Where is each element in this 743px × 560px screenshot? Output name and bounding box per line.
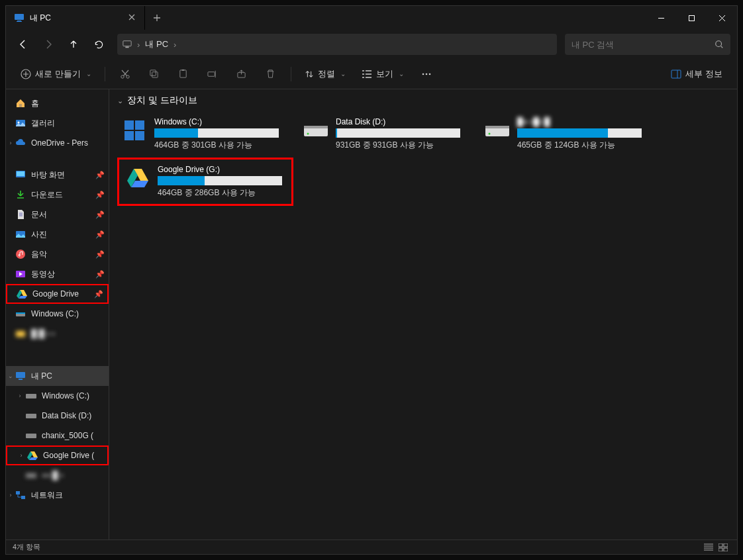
rename-button[interactable] [201, 64, 224, 85]
chevron-down-icon: ⌄ [340, 70, 346, 77]
delete-button[interactable] [259, 64, 283, 85]
back-button[interactable] [13, 34, 34, 55]
sidebar-item-label: 네트워크 [31, 490, 63, 501]
gdrive-icon [27, 450, 38, 461]
sort-icon [305, 70, 314, 79]
view-details-button[interactable] [701, 541, 716, 553]
desktop-icon [15, 169, 26, 180]
share-button[interactable] [230, 64, 254, 85]
chevron-right-icon: › [7, 140, 14, 146]
sidebar-item-pictures[interactable]: 사진 📌 [6, 224, 109, 244]
sidebar-item-label: 사진 [31, 229, 47, 240]
sidebar-item-label: Windows (C:) [31, 309, 79, 318]
svg-rect-31 [16, 372, 25, 378]
sidebar-item-windows-c-quick[interactable]: Windows (C:) [6, 304, 109, 324]
drive-capacity-bar [517, 128, 642, 138]
svg-rect-39 [124, 120, 134, 130]
sidebar-item-videos[interactable]: 동영상 📌 [6, 264, 109, 284]
sort-button[interactable]: 정렬 ⌄ [299, 64, 351, 85]
sidebar-item-obscured[interactable]: ▪▪▪ █ ▪ [6, 465, 109, 485]
drive-name: Google Drive (G:) [158, 165, 286, 174]
breadcrumb-thispc[interactable]: 내 PC [145, 38, 168, 50]
folder-icon [15, 328, 26, 339]
up-button[interactable] [63, 34, 84, 55]
window-controls [646, 6, 737, 30]
sidebar-item-desktop[interactable]: 바탕 화면 📌 [6, 165, 109, 185]
refresh-button[interactable] [88, 34, 109, 55]
sidebar-item-home[interactable]: 홈 [6, 93, 109, 113]
tab-close-button[interactable] [128, 14, 136, 22]
sidebar-item-label: 갤러리 [31, 118, 55, 129]
svg-point-18 [428, 73, 430, 75]
details-pane-button[interactable]: 세부 정보 [666, 64, 728, 85]
drive-item[interactable]: █▪▪ ▪█▪ █465GB 중 124GB 사용 가능 [480, 113, 647, 155]
home-icon [15, 98, 26, 109]
new-button[interactable]: 새로 만들기 ⌄ [15, 64, 97, 85]
sidebar-item-gdrive-quick[interactable]: Google Drive 📌 [6, 284, 109, 304]
chevron-right-icon: › [7, 492, 14, 498]
pin-icon: 📌 [95, 191, 105, 199]
chevron-right-icon: › [137, 40, 140, 50]
cloud-icon [15, 138, 26, 148]
sidebar-item-chanix[interactable]: chanix_500G ( [6, 426, 109, 445]
sidebar-item-windows-c[interactable]: › Windows (C:) [6, 386, 109, 406]
chevron-down-icon: ⌄ [117, 97, 123, 105]
sidebar-item-network[interactable]: › 네트워크 [6, 485, 109, 505]
close-button[interactable] [707, 6, 737, 30]
drive-item[interactable]: Data Disk (D:)931GB 중 931GB 사용 가능 [299, 113, 466, 155]
svg-rect-5 [125, 47, 128, 48]
breadcrumb[interactable]: › 내 PC › [117, 34, 557, 55]
pin-icon: 📌 [95, 270, 105, 279]
paste-button[interactable] [172, 64, 195, 85]
sidebar-item-label: 다운로드 [31, 189, 63, 201]
sidebar-item-thispc[interactable]: ⌄ 내 PC [6, 366, 109, 386]
new-label: 새로 만들기 [35, 68, 81, 80]
navbar: › 내 PC › [6, 30, 737, 59]
cut-button[interactable] [113, 64, 137, 85]
sidebar-item-label: █ █ ▪ ▪ [31, 329, 55, 338]
chevron-down-icon: ⌄ [86, 70, 91, 77]
sidebar-item-data-d[interactable]: Data Disk (D:) [6, 406, 109, 426]
plus-circle-icon [21, 69, 31, 79]
new-tab-button[interactable] [145, 6, 169, 30]
section-devices-drives[interactable]: ⌄ 장치 및 드라이브 [117, 95, 729, 107]
svg-rect-4 [123, 41, 131, 46]
view-tiles-button[interactable] [716, 541, 730, 553]
view-button[interactable]: 보기 ⌄ [356, 64, 409, 85]
svg-rect-30 [16, 331, 25, 337]
sidebar-item-label: OneDrive - Pers [31, 138, 88, 148]
sidebar-item-downloads[interactable]: 다운로드 📌 [6, 185, 109, 205]
forward-button[interactable] [38, 34, 59, 55]
drive-item[interactable]: Windows (C:)464GB 중 301GB 사용 가능 [117, 113, 284, 155]
chevron-right-icon: › [173, 40, 176, 50]
drive-item[interactable]: Google Drive (G:)464GB 중 286GB 사용 가능 [117, 158, 293, 206]
svg-rect-50 [724, 543, 728, 547]
sidebar-item-gallery[interactable]: 갤러리 [6, 113, 109, 133]
sidebar-item-label: Windows (C:) [42, 391, 89, 400]
search-icon [715, 40, 724, 49]
drive-icon [26, 391, 36, 401]
search-box[interactable] [565, 34, 730, 55]
svg-rect-36 [26, 473, 36, 478]
sidebar-item-obscured-quick[interactable]: █ █ ▪ ▪ [6, 324, 109, 344]
svg-rect-10 [150, 70, 156, 75]
sidebar-item-music[interactable]: 음악 📌 [6, 244, 109, 264]
maximize-button[interactable] [676, 6, 707, 30]
svg-rect-47 [485, 126, 509, 128]
monitor-icon [14, 13, 25, 23]
status-count: 4개 항목 [13, 542, 40, 552]
svg-rect-34 [26, 414, 36, 418]
svg-rect-40 [135, 120, 144, 130]
sidebar-item-gdrive[interactable]: › Google Drive ( [6, 445, 109, 465]
network-icon [15, 490, 26, 500]
sidebar-item-documents[interactable]: 문서 📌 [6, 205, 109, 224]
sidebar-item-label: 음악 [31, 249, 47, 260]
pin-icon: 📌 [95, 250, 105, 259]
copy-button[interactable] [142, 64, 166, 85]
view-label: 보기 [376, 68, 393, 80]
tab-thispc[interactable]: 내 PC [6, 6, 145, 30]
sidebar-item-onedrive[interactable]: › OneDrive - Pers [6, 133, 109, 153]
minimize-button[interactable] [646, 6, 676, 30]
more-button[interactable] [415, 64, 438, 85]
search-input[interactable] [571, 40, 709, 50]
